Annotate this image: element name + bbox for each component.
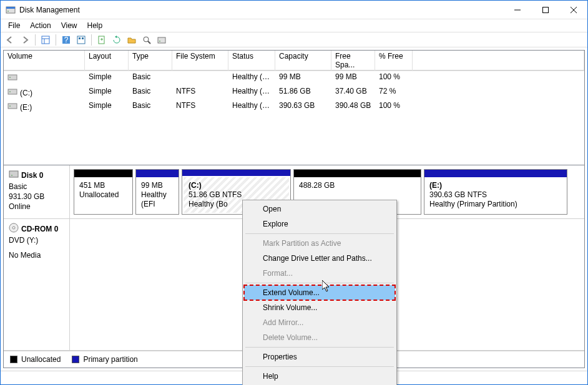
- volume-free: 390.48 GB: [331, 100, 375, 114]
- volume-list[interactable]: Volume Layout Type File System Status Ca…: [3, 50, 585, 165]
- svg-rect-7: [42, 36, 49, 44]
- volume-status: Healthy (P...: [228, 100, 275, 114]
- tb-disk-icon[interactable]: [155, 33, 169, 47]
- partition-color-bar: [182, 170, 290, 176]
- col-status[interactable]: Status: [228, 51, 275, 71]
- svg-text:?: ?: [64, 36, 69, 44]
- tb-view-icon[interactable]: [39, 33, 52, 47]
- col-layout[interactable]: Layout: [85, 51, 129, 71]
- minimize-button[interactable]: [503, 1, 531, 19]
- partition-box[interactable]: (E:)390.63 GB NTFSHealthy (Primary Parti…: [424, 169, 567, 215]
- volume-layout: Simple: [85, 72, 129, 85]
- disk-name: Disk 0: [9, 169, 64, 181]
- toolbar-separator: [56, 34, 56, 46]
- swatch-primary-icon: [72, 356, 79, 363]
- menu-action[interactable]: Action: [25, 20, 56, 31]
- back-button[interactable]: [3, 33, 17, 47]
- app-icon: [6, 5, 16, 15]
- cdrom-icon: [9, 223, 19, 235]
- col-freespace[interactable]: Free Spa...: [331, 51, 375, 71]
- ctx-shrink-volume[interactable]: Shrink Volume...: [244, 300, 395, 315]
- ctx-extend-volume[interactable]: Extend Volume...: [244, 285, 395, 300]
- partition-color-bar: [294, 170, 421, 177]
- cdrom-label[interactable]: CD-ROM 0 DVD (Y:) No Media: [4, 219, 70, 350]
- svg-point-21: [9, 77, 11, 78]
- svg-point-23: [9, 91, 11, 92]
- legend-primary: Primary partition: [72, 355, 137, 364]
- forward-button[interactable]: [18, 33, 32, 47]
- svg-point-19: [159, 41, 160, 42]
- menu-help[interactable]: Help: [82, 20, 108, 31]
- window-title: Disk Management: [19, 6, 503, 14]
- volume-capacity: 51.86 GB: [275, 86, 331, 99]
- svg-rect-4: [542, 7, 548, 12]
- volume-row[interactable]: SimpleBasicHealthy (E...99 MB99 MB100 %: [4, 71, 584, 85]
- col-fs[interactable]: File System: [172, 51, 228, 71]
- tb-new-icon[interactable]: [95, 33, 109, 47]
- svg-rect-12: [77, 36, 85, 44]
- partition-color-bar: [74, 170, 132, 177]
- ctx-help[interactable]: Help: [244, 369, 395, 384]
- volume-type: Basic: [129, 100, 172, 114]
- volume-pct: 100 %: [375, 72, 413, 85]
- volume-row[interactable]: (E:)SimpleBasicNTFSHealthy (P...390.63 G…: [4, 100, 584, 114]
- volume-row[interactable]: (C:)SimpleBasicNTFSHealthy (B...51.86 GB…: [4, 85, 584, 100]
- window-controls: [503, 1, 587, 19]
- ctx-explore[interactable]: Explore: [244, 217, 395, 231]
- maximize-button[interactable]: [531, 1, 559, 19]
- help-icon[interactable]: ?: [59, 33, 73, 47]
- partition-body: (E:)390.63 GB NTFSHealthy (Primary Parti…: [424, 177, 567, 214]
- col-pctfree[interactable]: % Free: [375, 51, 413, 71]
- ctx-separator: [245, 283, 394, 283]
- toolbar-separator: [91, 34, 92, 46]
- svg-line-17: [148, 41, 150, 44]
- drive-icon: [7, 101, 17, 113]
- ctx-separator: [245, 347, 394, 348]
- col-capacity[interactable]: Capacity: [275, 51, 331, 71]
- ctx-separator: [245, 366, 394, 367]
- partition-color-bar: [424, 170, 567, 177]
- volume-fs: NTFS: [172, 86, 228, 99]
- volume-fs: [172, 72, 228, 85]
- partition-box[interactable]: 99 MBHealthy (EFI: [135, 169, 179, 215]
- volume-pct: 72 %: [375, 86, 413, 99]
- close-button[interactable]: [559, 1, 587, 19]
- volume-free: 99 MB: [331, 72, 375, 85]
- tb-folder-icon[interactable]: [125, 33, 139, 47]
- volume-fs: NTFS: [172, 100, 228, 114]
- tb-settings-icon[interactable]: [74, 33, 88, 47]
- cdrom-name: CD-ROM 0: [9, 223, 64, 235]
- ctx-open[interactable]: Open: [244, 202, 395, 217]
- volume-layout: Simple: [85, 86, 129, 99]
- menu-view[interactable]: View: [56, 20, 82, 31]
- cdrom-state: No Media: [9, 251, 64, 260]
- disk-label[interactable]: Disk 0 Basic 931.30 GB Online: [4, 165, 70, 218]
- svg-point-25: [9, 105, 11, 107]
- tb-search-icon[interactable]: [140, 33, 154, 47]
- volume-pct: 100 %: [375, 100, 413, 114]
- refresh-icon[interactable]: [110, 33, 124, 47]
- svg-point-27: [11, 175, 12, 176]
- col-volume[interactable]: Volume: [4, 51, 85, 71]
- volume-status: Healthy (E...: [228, 72, 275, 85]
- col-type[interactable]: Type: [129, 51, 172, 71]
- legend-unallocated: Unallocated: [10, 355, 61, 364]
- volume-type: Basic: [129, 72, 172, 85]
- titlebar: Disk Management: [1, 1, 587, 19]
- ctx-delete-volume: Delete Volume...: [244, 330, 395, 345]
- menu-file[interactable]: File: [3, 20, 25, 31]
- partition-body: 99 MBHealthy (EFI: [136, 177, 179, 214]
- ctx-separator: [245, 233, 394, 234]
- ctx-properties[interactable]: Properties: [244, 349, 395, 364]
- svg-rect-13: [79, 37, 81, 39]
- swatch-unalloc-icon: [10, 356, 17, 363]
- menubar: File Action View Help: [1, 19, 587, 32]
- volume-capacity: 390.63 GB: [275, 100, 331, 114]
- volume-layout: Simple: [85, 100, 129, 114]
- partition-body: 451 MBUnallocated: [74, 177, 132, 214]
- svg-rect-26: [9, 171, 18, 177]
- svg-rect-18: [158, 37, 165, 43]
- partition-box[interactable]: 451 MBUnallocated: [74, 169, 133, 215]
- volume-capacity: 99 MB: [275, 72, 331, 85]
- ctx-change-letter[interactable]: Change Drive Letter and Paths...: [244, 251, 395, 266]
